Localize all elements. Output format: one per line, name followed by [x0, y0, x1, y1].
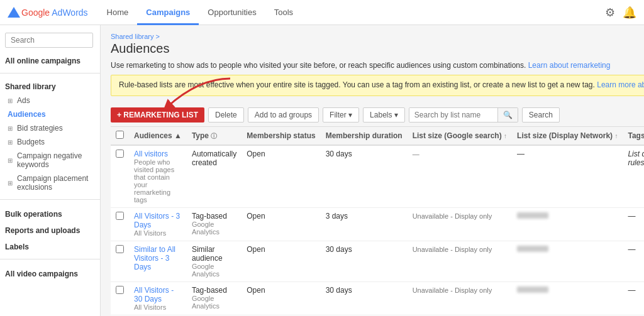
- type-info-icon[interactable]: ⓘ: [211, 133, 217, 139]
- row-status-cell-2: Open: [242, 241, 320, 282]
- nav-icons: ⚙ 🔔: [605, 6, 636, 19]
- sidebar-all-campaigns[interactable]: All online campaigns: [0, 53, 100, 68]
- main-layout: All online campaigns Shared library ⊞ Ad…: [0, 25, 644, 316]
- sidebar-item-negative-keywords[interactable]: ⊞ Campaign negative keywords: [0, 149, 100, 172]
- table-area: Use remarketing to show ads to people wh…: [111, 61, 644, 316]
- expand-budgets-icon: ⊞: [8, 139, 13, 146]
- row-tags-cell-2: —: [623, 241, 644, 282]
- sidebar-bulk-operations[interactable]: Bulk operations: [0, 205, 100, 221]
- row-type-cell-2: Similar audience Google Analytics: [187, 241, 242, 282]
- col-list-size-search: List size (Google search) ↑: [408, 127, 512, 146]
- info-banner: Use remarketing to show ads to people wh…: [111, 61, 644, 70]
- audience-link-1[interactable]: All Visitors - 3 Days: [134, 212, 180, 229]
- audience-table: Audiences ▲ Type ⓘ Membership status Mem…: [111, 126, 644, 316]
- row-duration-cell-1: 3 days: [321, 208, 408, 241]
- row-name-cell-2: Similar to All Visitors - 3 Days: [129, 241, 187, 282]
- sidebar-all-video[interactable]: All video campaigns: [0, 264, 100, 281]
- add-remarketing-list-button[interactable]: + REMARKETING LIST: [111, 107, 204, 123]
- search-list-input[interactable]: [409, 108, 497, 122]
- nav-campaigns[interactable]: Campaigns: [137, 0, 199, 25]
- row-duration-cell-2: 30 days: [321, 241, 408, 282]
- sidebar-labels[interactable]: Labels: [0, 237, 100, 254]
- row-status-cell-3: Open: [242, 282, 320, 315]
- row-checkbox-3[interactable]: [116, 286, 124, 294]
- col-audiences: Audiences ▲: [129, 127, 187, 146]
- row-type-cell-0: Automatically created: [187, 145, 242, 208]
- nav-opportunities[interactable]: Opportunities: [199, 0, 265, 25]
- row-checkbox-0[interactable]: [116, 150, 124, 158]
- row-status-cell-0: Open: [242, 145, 320, 208]
- row-display-size-cell-2: [512, 241, 623, 282]
- breadcrumb-link[interactable]: Shared library >: [111, 33, 160, 40]
- row-name-cell-0: All visitors People who visited pages th…: [129, 145, 187, 208]
- nav-tools[interactable]: Tools: [265, 0, 302, 25]
- blurred-value: [517, 286, 548, 293]
- row-checkbox-2[interactable]: [116, 245, 124, 253]
- sidebar-reports-uploads[interactable]: Reports and uploads: [0, 221, 100, 237]
- select-all-header: [111, 127, 129, 146]
- search-size-info-icon[interactable]: ↑: [504, 133, 507, 139]
- sidebar-item-bid-strategies[interactable]: ⊞ Bid strategies: [0, 121, 100, 135]
- main-content: Shared library > Audiences Use remarketi…: [101, 25, 644, 316]
- audience-link-2[interactable]: Similar to All Visitors - 3 Days: [134, 245, 175, 271]
- expand-bid-icon: ⊞: [8, 125, 13, 132]
- display-size-info-icon[interactable]: ↑: [614, 133, 618, 139]
- sidebar-item-budgets[interactable]: ⊞ Budgets: [0, 135, 100, 149]
- row-display-size-cell-3: [512, 282, 623, 315]
- sidebar-item-ads[interactable]: ⊞ Ads: [0, 94, 100, 107]
- sidebar-shared-library-header: Shared library: [0, 79, 100, 94]
- labels-button[interactable]: Labels ▾: [363, 107, 405, 123]
- row-duration-cell-3: 30 days: [321, 282, 408, 315]
- search-icon[interactable]: 🔍: [497, 108, 518, 122]
- logo-text: Google AdWords: [21, 8, 88, 18]
- yellow-notice: Rule-based lists are most effective when…: [111, 75, 644, 96]
- sidebar-item-audiences[interactable]: Audiences: [0, 107, 100, 121]
- expand-neg-icon: ⊞: [8, 157, 13, 164]
- select-all-checkbox[interactable]: [116, 131, 124, 139]
- audience-desc-3: All Visitors: [134, 303, 182, 311]
- blurred-value: [517, 246, 548, 252]
- audience-link-0[interactable]: All visitors: [134, 150, 168, 158]
- nav-home[interactable]: Home: [98, 0, 138, 25]
- row-tags-cell-3: —: [623, 282, 644, 315]
- row-name-cell-3: All Visitors - 30 Days All Visitors: [129, 282, 187, 315]
- sidebar-search-input[interactable]: [5, 33, 93, 48]
- delete-button[interactable]: Delete: [208, 107, 244, 123]
- row-type-cell-3: Tag-based Google Analytics: [187, 282, 242, 315]
- learn-about-link[interactable]: Learn about remarketing: [528, 61, 611, 70]
- top-navigation: Google AdWords Home Campaigns Opportunit…: [0, 0, 644, 25]
- expand-ads-icon: ⊞: [8, 97, 13, 104]
- col-membership-status: Membership status: [242, 127, 320, 146]
- row-checkbox-1[interactable]: [116, 212, 124, 220]
- col-tags: Tags / Definitions: [623, 127, 644, 146]
- row-checkbox-cell: [111, 241, 129, 282]
- page-title: Audiences: [111, 41, 634, 56]
- main-nav: Home Campaigns Opportunities Tools: [98, 0, 605, 25]
- row-search-size-cell-2: Unavailable - Display only: [408, 241, 512, 282]
- learn-more-tagging-link[interactable]: Learn more about tagging your site: [597, 80, 644, 89]
- sidebar-item-placement-exclusions[interactable]: ⊞ Campaign placement exclusions: [0, 172, 100, 194]
- row-search-size-cell-1: Unavailable - Display only: [408, 208, 512, 241]
- filter-button[interactable]: Filter ▾: [323, 107, 359, 123]
- row-duration-cell-0: 30 days: [321, 145, 408, 208]
- search-button[interactable]: Search: [522, 107, 560, 123]
- row-tags-cell-1: —: [623, 208, 644, 241]
- table-row: All Visitors - 3 Days All Visitors Tag-b…: [111, 208, 644, 241]
- audience-link-3[interactable]: All Visitors - 30 Days: [134, 286, 174, 303]
- row-display-size-cell-1: [512, 208, 623, 241]
- settings-icon[interactable]: ⚙: [605, 6, 615, 19]
- row-name-cell-1: All Visitors - 3 Days All Visitors: [129, 208, 187, 241]
- row-display-size-cell-0: —: [512, 145, 623, 208]
- col-type: Type ⓘ: [187, 127, 242, 146]
- row-search-size-cell-0: —: [408, 145, 512, 208]
- breadcrumb: Shared library >: [111, 33, 634, 40]
- row-status-cell-1: Open: [242, 208, 320, 241]
- add-to-ad-groups-button[interactable]: Add to ad groups: [248, 107, 319, 123]
- row-checkbox-cell: [111, 208, 129, 241]
- table-row: Similar to All Visitors - 3 Days Similar…: [111, 241, 644, 282]
- logo: Google AdWords: [8, 7, 88, 18]
- notifications-icon[interactable]: 🔔: [623, 6, 636, 19]
- row-search-size-cell-3: Unavailable - Display only: [408, 282, 512, 315]
- toolbar: + REMARKETING LIST Delete Add to ad grou…: [111, 104, 644, 126]
- row-checkbox-cell: [111, 282, 129, 315]
